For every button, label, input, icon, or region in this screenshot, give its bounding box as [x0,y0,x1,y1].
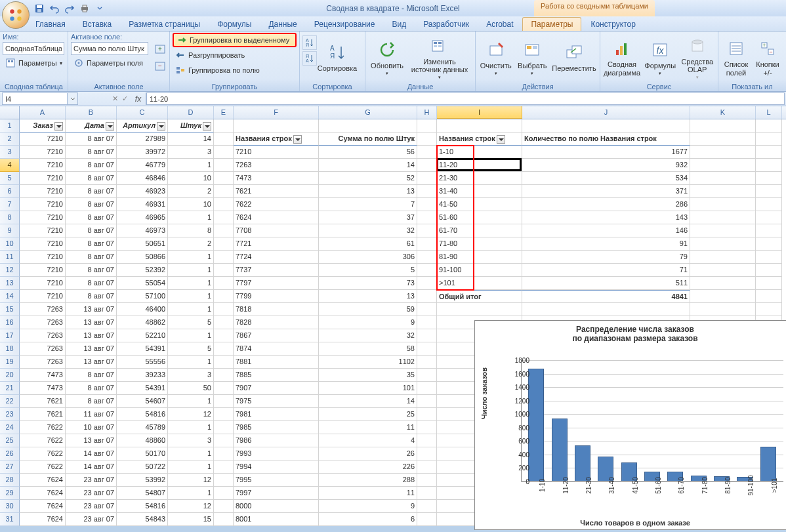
cell[interactable] [690,119,756,133]
undo-icon[interactable] [48,2,61,15]
print-icon[interactable] [78,2,91,15]
cell[interactable]: 8 авг 07 [66,198,117,211]
spreadsheet-grid[interactable]: ABCDEFGHIJKL 123456789101112131415161718… [0,106,786,526]
cell[interactable]: 35 [319,369,417,382]
cell[interactable]: 7624 [20,487,66,500]
cell[interactable] [417,342,437,356]
cell[interactable] [417,146,437,159]
active-field-input[interactable] [71,42,148,55]
cell[interactable]: 7210 [20,277,66,290]
filter-dropdown-icon[interactable] [157,122,165,131]
chart-bar[interactable] [528,369,544,481]
cell[interactable] [214,369,234,382]
cell[interactable]: 46846 [117,172,168,185]
cell[interactable]: 7621 [20,395,66,408]
cell[interactable] [417,513,437,526]
cell[interactable]: 1 [168,329,214,342]
cell[interactable] [214,211,234,224]
cell[interactable] [214,303,234,316]
cell[interactable] [437,119,522,133]
cell[interactable]: 7985 [234,421,319,434]
cell[interactable]: 7828 [234,316,319,329]
cell[interactable] [690,211,756,224]
cell[interactable] [214,382,234,395]
cell[interactable] [214,434,234,447]
cell[interactable] [214,146,234,159]
cell[interactable] [214,421,234,434]
cell[interactable] [214,487,234,500]
tab-параметры[interactable]: Параметры [522,17,581,31]
cell[interactable] [756,198,782,211]
tab-acrobat[interactable]: Acrobat [478,18,521,31]
cell[interactable]: 11 [319,487,417,500]
cell[interactable]: Количество по полю Названия строк [522,133,690,146]
cell[interactable]: 7986 [234,434,319,447]
cell[interactable]: 7799 [234,290,319,303]
cell[interactable]: 14 авг 07 [66,447,117,460]
sort-desc-icon[interactable]: ЯА [302,51,317,66]
cell[interactable]: 12 [168,474,214,487]
cell[interactable]: 8 авг 07 [66,369,117,382]
sort-asc-icon[interactable]: АЯ [302,35,317,50]
cell[interactable]: 9 [319,316,417,329]
cell[interactable]: 8 авг 07 [66,237,117,251]
formulas-button[interactable]: fxФормулы▾ [642,33,678,82]
cell[interactable] [417,172,437,185]
cell[interactable]: 11 [319,421,417,434]
cell[interactable] [214,133,234,146]
col-header[interactable]: G [319,106,417,119]
cell[interactable]: 7995 [234,474,319,487]
cell[interactable] [214,198,234,211]
col-header[interactable]: E [214,106,234,119]
cell[interactable]: 1 [168,460,214,474]
row-header[interactable]: 21 [0,382,20,395]
cell[interactable] [756,290,782,303]
cell[interactable]: Артикул [117,119,168,133]
cell[interactable]: 7818 [234,303,319,316]
cell[interactable] [417,303,437,316]
cell[interactable]: 13 авг 07 [66,316,117,329]
filter-dropdown-icon[interactable] [54,122,63,131]
cell[interactable]: 31-40 [437,185,522,198]
cell[interactable]: 61-70 [437,224,522,237]
cell[interactable]: 52 [319,172,417,185]
cell[interactable]: 7622 [20,434,66,447]
cell[interactable] [690,172,756,185]
cell[interactable]: 3 [168,369,214,382]
accept-formula-icon[interactable]: ✓ [122,94,128,103]
cell[interactable]: 8 [168,224,214,237]
cell[interactable]: 14 [319,395,417,408]
cell[interactable]: 226 [319,460,417,474]
cell[interactable] [234,119,319,133]
cell[interactable]: 32 [319,329,417,342]
cell[interactable]: 53992 [117,474,168,487]
cell[interactable] [756,211,782,224]
cell[interactable]: 81-90 [437,251,522,264]
row-header[interactable]: 12 [0,264,20,277]
cell[interactable] [690,277,756,290]
cell[interactable]: 7621 [20,408,66,421]
cell[interactable]: 7622 [20,447,66,460]
col-header[interactable]: A [20,106,66,119]
clear-button[interactable]: Очистить▾ [478,33,514,82]
tab-вид[interactable]: Вид [384,18,414,31]
cell[interactable] [417,290,437,303]
cell[interactable]: 4841 [522,290,690,303]
cell[interactable]: 39233 [117,369,168,382]
cell[interactable] [214,460,234,474]
cell[interactable] [417,251,437,264]
cell[interactable]: 8 авг 07 [66,277,117,290]
cell[interactable]: 7874 [234,342,319,356]
cell[interactable]: 1 [168,251,214,264]
cell[interactable]: 7981 [234,408,319,421]
cell[interactable]: 371 [522,185,690,198]
tab-разметка страницы[interactable]: Разметка страницы [121,18,208,31]
cell[interactable]: 7737 [234,264,319,277]
chart-bar[interactable] [575,445,590,481]
tab-главная[interactable]: Главная [28,18,73,31]
row-header[interactable]: 4 [0,159,20,172]
cell[interactable]: 26 [319,447,417,460]
cell[interactable]: 50 [168,382,214,395]
cell[interactable]: 1 [168,421,214,434]
collapse-field-icon[interactable]: − [154,59,167,73]
